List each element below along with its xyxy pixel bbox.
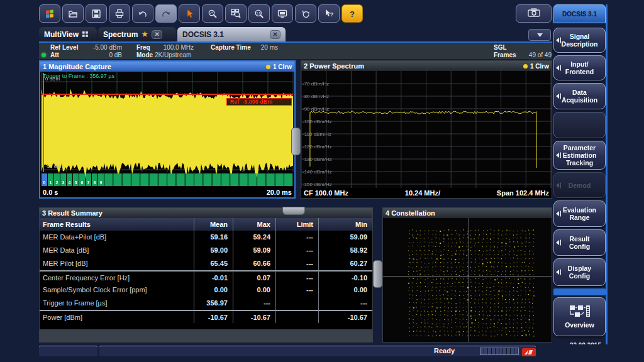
result-row-label: MER Pilot [dB]: [40, 257, 194, 270]
redo-button[interactable]: [155, 4, 177, 23]
capture-time-label: Capture Time: [211, 44, 251, 51]
result-cell-min: 60.27: [319, 257, 372, 270]
save-button[interactable]: [86, 4, 107, 23]
zoom-graph-button[interactable]: [202, 4, 223, 23]
results-table-body: MER Data+Pilot [dB]59.1659.24---59.09MER…: [40, 231, 372, 323]
tab-docsis[interactable]: DOCSIS 3.1 ✕: [177, 27, 286, 41]
result-cell-limit: ---: [276, 257, 319, 270]
softkey-display-config[interactable]: Display Config: [553, 258, 606, 286]
att-value[interactable]: 0 dB: [87, 52, 122, 58]
softkey-label: Signal Description: [562, 33, 598, 48]
result-cell-max: ---: [233, 297, 276, 310]
softkey-input-frontend[interactable]: Input/ Frontend: [553, 55, 606, 80]
help-button[interactable]: ?: [341, 4, 363, 23]
x-axis-end-label: 20.0 ms: [267, 189, 292, 196]
constellation-header[interactable]: 4 Constellation: [383, 208, 552, 218]
magnitude-capture-title: 1 Magnitude Capture: [43, 63, 111, 70]
print-button[interactable]: [109, 4, 130, 23]
window-power-spectrum: 2 Power Spectrum 1 Clrw CF 100.0 MHz 10.…: [301, 60, 552, 199]
status-bar: Ready: [0, 344, 644, 358]
sync-button[interactable]: S: [295, 4, 316, 23]
tab-docsis-label: DOCSIS 3.1: [182, 30, 224, 39]
frames-label: Frames: [494, 52, 516, 58]
result-cell-min: ---: [319, 297, 372, 310]
window-result-summary: 3 Result Summary Frame ResultsMeanMaxLim…: [39, 207, 373, 343]
power-spectrum-plot[interactable]: [301, 71, 552, 188]
splitter-handle-vertical-bottom[interactable]: [373, 260, 382, 288]
mode-value[interactable]: 2K/Upstream: [155, 52, 191, 58]
softkey-evaluation-range[interactable]: Evaluation Range: [553, 200, 606, 227]
context-help-button[interactable]: ?: [318, 4, 340, 23]
open-file-button[interactable]: [62, 4, 84, 23]
windows-start-button[interactable]: [39, 4, 60, 23]
status-led-icon: [42, 53, 46, 57]
constellation-plot[interactable]: [383, 218, 552, 342]
trace-dot-icon: [266, 65, 270, 69]
splitter-handle-vertical-top[interactable]: [291, 128, 301, 155]
help-icon: ?: [347, 9, 357, 19]
toolbar: 1:1S??: [39, 4, 363, 24]
splitter-handle-horizontal[interactable]: [282, 207, 305, 215]
softkey-label: Display Config: [568, 265, 591, 280]
undo-icon: [138, 9, 148, 19]
result-cell-max: 59.24: [233, 231, 276, 244]
select-mode-button[interactable]: [179, 4, 200, 23]
overview-button[interactable]: Overview: [553, 297, 606, 336]
magnitude-capture-header[interactable]: 1 Magnitude Capture 1 Clrw: [40, 62, 294, 72]
table-row: MER Data [dB]59.0059.09---58.92: [40, 244, 372, 257]
overview-flow-icon: [569, 305, 591, 319]
result-cell-max: 0.07: [233, 270, 276, 285]
softkey-signal-description[interactable]: Signal Description: [553, 28, 606, 53]
submenu-arrow-icon: [556, 239, 562, 247]
softkey-label: Evaluation Range: [563, 206, 596, 221]
camera-icon: [526, 8, 541, 20]
channel-color-strip: [606, 4, 608, 357]
span-label: Span 102.4 MHz: [497, 189, 549, 197]
tab-spectrum[interactable]: Spectrum ★ ✕: [98, 27, 176, 41]
tab-list-caret-icon[interactable]: [528, 29, 551, 41]
softkey-parameter-estimation-tracking[interactable]: Parameter Estimation Tracking: [553, 141, 606, 170]
display-window-button[interactable]: [272, 4, 293, 23]
freq-value[interactable]: 100.0 MHz: [152, 44, 194, 51]
result-summary-header[interactable]: 3 Result Summary: [40, 208, 372, 218]
tab-docsis-close-icon[interactable]: ✕: [270, 30, 280, 39]
results-bottom-strip: [40, 329, 372, 342]
redo-icon: [161, 9, 171, 19]
tab-spectrum-label: Spectrum: [103, 30, 138, 39]
instrument-screen: { "colors": { "active_blue": "#2b6fd4", …: [0, 0, 644, 362]
sync-icon: S: [301, 9, 311, 19]
submenu-arrow-icon: [556, 93, 562, 101]
results-col-header: Max: [233, 218, 276, 231]
undo-button[interactable]: [132, 4, 153, 23]
submenu-arrow-icon: [556, 211, 562, 218]
status-segment-left: [39, 346, 97, 356]
softkey-data-acquisition[interactable]: Data Acquisition: [553, 83, 606, 109]
spectrum-x-axis: CF 100.0 MHz 10.24 MHz/ Span 102.4 MHz: [301, 188, 552, 198]
overview-button-label: Overview: [565, 321, 594, 329]
magnitude-capture-plot[interactable]: [40, 72, 294, 187]
table-row: MER Pilot [dB]65.4560.66---60.27: [40, 257, 372, 270]
tab-multiview[interactable]: MultiView: [39, 27, 97, 41]
results-col-header: Min: [319, 218, 372, 231]
result-cell-min: -10.67: [319, 310, 372, 324]
svg-text:1:1: 1:1: [256, 11, 260, 14]
submenu-arrow-icon: [556, 182, 562, 190]
power-spectrum-header[interactable]: 2 Power Spectrum 1 Clrw: [301, 61, 552, 71]
softkey-empty: [553, 112, 606, 138]
uncal-status-icon: [522, 348, 536, 359]
result-cell-min: 0.00: [319, 283, 372, 297]
result-cell-max: 59.09: [233, 244, 276, 257]
zoom-1to1-button[interactable]: 1:1: [248, 4, 270, 23]
results-col-header: Limit: [276, 218, 319, 231]
softkey-result-config[interactable]: Result Config: [553, 229, 606, 256]
channel-tab-docsis[interactable]: DOCSIS 3.1: [553, 4, 606, 23]
screenshot-button[interactable]: [516, 4, 552, 23]
zoom-overview-button[interactable]: [225, 4, 247, 23]
ref-level-value[interactable]: -5.00 dBm: [87, 44, 122, 51]
tab-spectrum-close-icon[interactable]: ✕: [152, 30, 162, 39]
result-cell-mean: -0.01: [194, 270, 233, 285]
result-row-label: MER Data+Pilot [dB]: [40, 231, 194, 244]
capture-time-value[interactable]: 20 ms: [253, 44, 278, 51]
result-cell-mean: 59.16: [194, 231, 233, 244]
trace-badge-label: 1 Clrw: [273, 63, 292, 70]
